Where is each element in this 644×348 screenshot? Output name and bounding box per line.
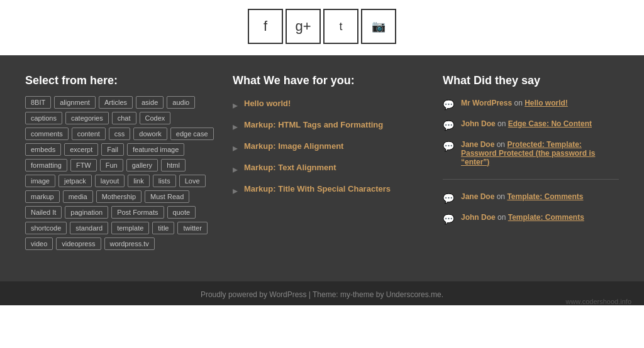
tag-item[interactable]: image	[25, 175, 55, 187]
tag-item[interactable]: Articles	[99, 96, 133, 109]
comment-separator	[443, 179, 619, 180]
posts-title: What We have for you:	[233, 74, 424, 87]
tag-icon: ▸	[233, 163, 238, 175]
comment-author[interactable]: John Doe	[461, 213, 496, 222]
comment-text: John Doe on Edge Case: No Content	[461, 119, 592, 128]
tag-item[interactable]: Fail	[101, 143, 124, 156]
tag-item[interactable]: comments	[25, 128, 69, 140]
comment-author[interactable]: Jane Doe	[461, 140, 494, 149]
post-item: ▸Markup: Image Alignment	[233, 141, 424, 154]
comment-item: 💬John Doe on Template: Comments	[443, 213, 619, 225]
tag-item[interactable]: Post Formats	[111, 206, 164, 219]
tag-item[interactable]: lists	[153, 175, 176, 187]
twitter-icon[interactable]: t	[323, 9, 358, 44]
comment-icon: 💬	[443, 193, 455, 204]
comment-post-link[interactable]: Edge Case: No Content	[508, 119, 592, 128]
tag-item[interactable]: html	[161, 159, 186, 171]
tag-item[interactable]: captions	[25, 112, 62, 124]
comment-icon: 💬	[443, 99, 455, 111]
comment-author[interactable]: Jane Doe	[461, 192, 494, 201]
tag-icon: ▸	[233, 99, 238, 111]
tag-item[interactable]: media	[63, 190, 93, 203]
tag-item[interactable]: title	[152, 222, 174, 234]
tag-item[interactable]: jetpack	[58, 175, 92, 187]
tag-item[interactable]: video	[25, 237, 53, 250]
tag-item[interactable]: layout	[95, 175, 125, 187]
tag-item[interactable]: Nailed It	[25, 206, 62, 219]
post-list: ▸Hello world!▸Markup: HTML Tags and Form…	[233, 99, 424, 197]
tags-column: Select from here: 8BITalignmentArticlesa…	[25, 74, 214, 263]
comment-post-link[interactable]: Template: Comments	[508, 213, 584, 222]
tag-item[interactable]: twitter	[177, 222, 207, 234]
comment-item: 💬John Doe on Edge Case: No Content	[443, 119, 619, 131]
tag-item[interactable]: wordpress.tv	[104, 237, 155, 250]
post-item: ▸Markup: Text Alignment	[233, 163, 424, 175]
posts-column: What We have for you: ▸Hello world!▸Mark…	[233, 74, 424, 263]
tag-item[interactable]: edge case	[170, 128, 214, 140]
comment-text: John Doe on Template: Comments	[461, 213, 584, 222]
tag-item[interactable]: Fun	[100, 159, 123, 171]
comment-item: 💬Jane Doe on Protected: Template: Passwo…	[443, 140, 619, 166]
googleplus-icon[interactable]: g+	[286, 9, 321, 44]
comment-post-link[interactable]: Template: Comments	[507, 192, 583, 201]
tag-item[interactable]: template	[111, 222, 149, 234]
comment-icon: 💬	[443, 141, 455, 152]
post-item: ▸Hello world!	[233, 99, 424, 111]
comment-text: Mr WordPress on Hello world!	[461, 99, 568, 107]
post-link[interactable]: Markup: Image Alignment	[244, 141, 343, 151]
comments-title: What Did they say	[443, 74, 619, 87]
tag-item[interactable]: link	[128, 175, 150, 187]
post-item: ▸Markup: Title With Special Characters	[233, 184, 424, 197]
tag-item[interactable]: dowork	[133, 128, 167, 140]
tag-item[interactable]: gallery	[126, 159, 158, 171]
tag-item[interactable]: Must Read	[145, 190, 189, 203]
tag-item[interactable]: markup	[25, 190, 60, 203]
tag-item[interactable]: Love	[179, 175, 206, 187]
tag-item[interactable]: standard	[70, 222, 108, 234]
tags-container: 8BITalignmentArticlesasideaudiocaptionsc…	[25, 96, 214, 250]
tag-item[interactable]: embeds	[25, 143, 61, 156]
post-item: ▸Markup: HTML Tags and Formatting	[233, 120, 424, 133]
tag-item[interactable]: categories	[65, 112, 109, 124]
tag-item[interactable]: featured image	[127, 143, 184, 156]
tag-item[interactable]: chat	[112, 112, 136, 124]
comment-text: Jane Doe on Template: Comments	[461, 192, 584, 201]
tag-item[interactable]: pagination	[65, 206, 108, 219]
comment-post-link[interactable]: Hello world!	[525, 99, 568, 107]
post-link[interactable]: Markup: Title With Special Characters	[244, 184, 391, 193]
tag-item[interactable]: quote	[167, 206, 196, 219]
comment-author[interactable]: John Doe	[461, 119, 496, 128]
facebook-icon[interactable]: f	[248, 9, 283, 44]
post-link[interactable]: Markup: Text Alignment	[244, 163, 336, 172]
tag-icon: ▸	[233, 142, 238, 154]
tag-item[interactable]: css	[109, 128, 131, 140]
comment-author[interactable]: Mr WordPress	[461, 99, 512, 107]
tags-title: Select from here:	[25, 74, 214, 87]
instagram-icon[interactable]: 📷	[361, 9, 396, 44]
tag-item[interactable]: excerpt	[64, 143, 98, 156]
post-link[interactable]: Hello world!	[244, 99, 291, 108]
social-bar: f g+ t 📷	[0, 0, 644, 55]
comment-item: 💬Mr WordPress on Hello world!	[443, 99, 619, 111]
comment-item: 💬Jane Doe on Template: Comments	[443, 192, 619, 204]
tag-item[interactable]: audio	[167, 96, 195, 109]
comment-icon: 💬	[443, 120, 455, 131]
comment-text: Jane Doe on Protected: Template: Passwor…	[461, 140, 619, 166]
tag-item[interactable]: FTW	[70, 159, 97, 171]
tag-item[interactable]: shortcode	[25, 222, 67, 234]
tag-item[interactable]: 8BIT	[25, 96, 51, 109]
post-link[interactable]: Markup: HTML Tags and Formatting	[244, 120, 383, 129]
comments-column: What Did they say 💬Mr WordPress on Hello…	[443, 74, 619, 263]
comment-icon: 💬	[443, 214, 455, 225]
tag-item[interactable]: content	[72, 128, 106, 140]
footer-text: Proudly powered by WordPress | Theme: my…	[201, 290, 443, 299]
tag-item[interactable]: Mothership	[96, 190, 142, 203]
tag-item[interactable]: formatting	[25, 159, 67, 171]
tag-item[interactable]: aside	[136, 96, 164, 109]
main-section: Select from here: 8BITalignmentArticlesa…	[0, 55, 644, 281]
tag-icon: ▸	[233, 121, 238, 133]
tag-item[interactable]: Codex	[140, 112, 171, 124]
tag-item[interactable]: videopress	[56, 237, 101, 250]
tag-item[interactable]: alignment	[54, 96, 96, 109]
comment-list: 💬Mr WordPress on Hello world!💬John Doe o…	[443, 99, 619, 225]
